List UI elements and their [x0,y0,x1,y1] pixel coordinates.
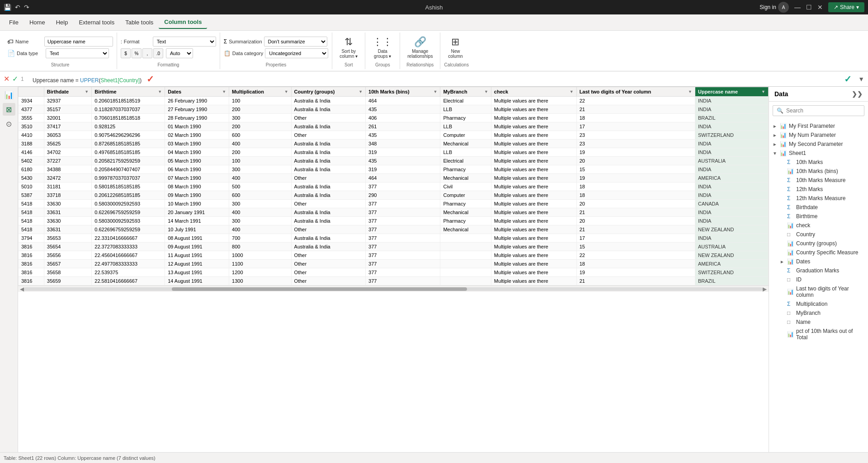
search-input[interactable] [786,108,860,114]
dollar-btn[interactable]: $ [121,48,131,58]
data-tree-item[interactable]: Σ10th Marks Measure [769,176,868,185]
data-tree-item[interactable]: ►📊Dates [769,257,868,266]
undo-icon[interactable]: ↶ [15,4,20,11]
data-tree-item[interactable]: 📊Country (groups) [769,239,868,248]
data-tree-item[interactable]: ΣBirthtime [769,212,868,221]
data-tree-item[interactable]: □MyBranch [769,309,868,318]
menu-file[interactable]: File [4,16,24,28]
format-mini-buttons: $ % , .0 Auto [121,48,216,58]
manage-relationships-btn[interactable]: 🔗 Managerelationships [404,34,436,61]
menu-home[interactable]: Home [24,16,51,28]
group-icon: 📊 [780,123,787,129]
th-birthtime[interactable]: Birthtime ▼ [92,87,165,97]
data-tree-item[interactable]: ►📊My First Parameter [769,122,868,131]
formula-expand-icon[interactable]: ▼ [858,75,864,83]
ribbon-properties-controls: Σ Summarization Don't summarize 📋 Data c… [224,34,328,61]
menu-table-tools[interactable]: Table tools [120,16,159,28]
menu-help[interactable]: Help [51,16,74,28]
data-tree-item[interactable]: □ID [769,275,868,284]
sign-in-button[interactable]: Sign in A [760,2,789,13]
table-cell: Other [291,260,365,268]
sort-by-column-btn[interactable]: ⇅ Sort bycolumn ▾ [336,34,361,61]
data-tree-item[interactable]: ►📊My Second Parameter [769,140,868,149]
data-tree-item[interactable]: ▼📊Sheet1 [769,149,868,158]
table-cell: Pharmacy [440,200,491,208]
formula-confirm-icon[interactable]: ✓ [12,75,18,83]
model-view-icon[interactable]: ⊙ [3,117,15,130]
th-mybranch[interactable]: MyBranch ▼ [440,87,491,97]
report-view-icon[interactable]: 📊 [3,89,15,101]
table-cell: 377 [366,208,440,217]
data-tree-item[interactable]: □Country [769,230,868,239]
menu-external-tools[interactable]: External tools [73,16,120,28]
sort-icon: ⇅ [344,36,353,48]
summarization-select[interactable]: Don't summarize [264,37,327,47]
name-input[interactable] [44,37,113,47]
th-multiplication[interactable]: Multiplication ▼ [229,87,292,97]
th-last-two-digits[interactable]: Last two digits of Year column ▼ [576,87,695,97]
ribbon-group-formatting: : Format Text $ % , .0 Auto Formatting [117,33,220,69]
table-row: 5402372270.20582175925925905 March 19901… [19,157,769,165]
sigma-icon: Σ [787,301,794,307]
tree-label: check [796,222,810,229]
table-cell: 100 [229,97,292,105]
data-tree-item[interactable]: 📊check [769,221,868,230]
data-tree-item[interactable]: 📊Last two digits of Year column [769,284,868,299]
format-select[interactable]: Text [153,37,216,47]
data-tree-item[interactable]: ►📊My Num Parameter [769,131,868,140]
table-cell: 15 [576,243,695,251]
data-tree-item[interactable]: □Name [769,318,868,327]
data-groups-btn[interactable]: ⋮⋮ Datagroups ▾ [369,34,396,61]
new-column-btn[interactable]: ⊞ Newcolumn [444,34,467,61]
minimize-icon[interactable]: — [794,4,801,11]
table-row: 38163565722.497708333333312 August 19911… [19,260,769,268]
percent-btn[interactable]: % [132,48,142,58]
th-dates[interactable]: Dates ▼ [165,87,229,97]
formula-cancel-icon[interactable]: ✕ [4,75,9,83]
data-tree-item[interactable]: ΣBirthdate [769,203,868,212]
table-cell: 0.497685185185185 [92,148,165,157]
data-tree-item[interactable]: Σ12th Marks [769,185,868,194]
save-icon[interactable]: 💾 [4,4,11,11]
format-label: Format [124,39,151,44]
tree-label: My Num Parameter [789,132,836,138]
data-tree-item[interactable]: Σ12th Marks Measure [769,194,868,203]
th-check[interactable]: check ▼ [491,87,576,97]
app-title: Ashish [425,4,443,11]
table-cell: AMERICA [695,174,768,182]
data-tree-item[interactable]: ΣGraduation Marks [769,266,868,275]
maximize-icon[interactable]: ☐ [806,4,812,11]
close-icon[interactable]: ✕ [817,4,823,11]
th-uppercase-name[interactable]: Uppercase name ▼ [695,87,768,97]
table-container[interactable]: Birthdate ▼ Birthtime ▼ Dates ▼ [18,87,769,452]
auto-select[interactable]: Auto [166,48,193,58]
table-cell: 377 [366,277,440,285]
data-tree-item[interactable]: 📊10th Marks (bins) [769,167,868,176]
datacategory-select[interactable]: Uncategorized [265,48,328,58]
data-tree-item[interactable]: 📊pct of 10th Marks out of Total [769,327,868,342]
field-icon: □ [787,310,794,316]
data-panel-close-icon[interactable]: ❯❯ [852,90,863,98]
field-icon: □ [787,319,794,325]
data-tree-item[interactable]: Σ10th Marks [769,158,868,167]
data-tree-item[interactable]: 📊Country Specific Measure [769,248,868,257]
decimal-btn[interactable]: .0 [153,48,163,58]
horizontal-scrollbar[interactable]: ◀ ▶ [18,285,769,292]
th-birthdate[interactable]: Birthdate ▼ [44,87,91,97]
th-extra[interactable] [19,87,44,97]
formula-red-check: ✓ [146,74,154,84]
sigma-icon: Σ [787,159,794,165]
share-button[interactable]: ↗ Share ▾ [828,2,864,12]
comma-btn[interactable]: , [142,48,152,58]
search-box[interactable]: 🔍 [773,105,864,116]
th-10th-marks-bins[interactable]: 10th Marks (bins) ▼ [366,87,440,97]
table-cell: 3794 [19,234,44,243]
table-view-icon[interactable]: ⊠ [3,103,15,116]
formula-content[interactable]: Uppercase name = UPPER(Sheet1[Country]) … [33,74,841,84]
th-country-groups[interactable]: Country (groups) ▼ [291,87,365,97]
datatype-select[interactable]: Text [46,48,109,58]
menu-column-tools[interactable]: Column tools [159,16,207,29]
redo-icon[interactable]: ↷ [24,4,29,11]
table-cell: 35157 [44,105,91,114]
data-tree-item[interactable]: ΣMultiplication [769,299,868,309]
